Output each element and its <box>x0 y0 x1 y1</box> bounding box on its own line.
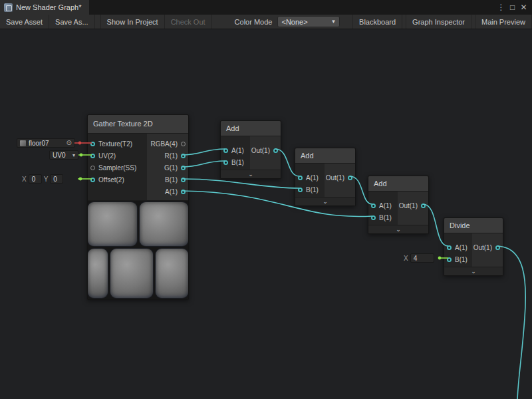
uv-channel-dropdown[interactable]: UV0 ▾ <box>49 150 78 160</box>
divide-b-label: X <box>404 255 408 262</box>
node-add3-title[interactable]: Add <box>368 176 428 192</box>
window-menu-icon[interactable]: ⋮ <box>495 0 507 15</box>
gather-output-b: B(1) <box>147 174 188 186</box>
wire-texture-dot <box>78 142 82 145</box>
wire-x4-dot <box>438 257 442 260</box>
node-gather-title[interactable]: Gather Texture 2D <box>88 115 188 134</box>
gather-node-preview-image <box>88 200 188 299</box>
offset-x-label: X <box>22 176 27 183</box>
check-out-button: Check Out <box>165 15 212 29</box>
add2-port-out[interactable] <box>348 176 352 180</box>
node-divide[interactable]: Divide A(1) B(1) Out(1) ⌄ <box>444 217 503 276</box>
chevron-down-icon: ⌄ <box>396 227 401 233</box>
port-b-output[interactable] <box>181 178 186 182</box>
save-as-button[interactable]: Save As... <box>49 15 95 29</box>
add3-port-b[interactable] <box>371 215 376 220</box>
offset-y-input[interactable]: 0 <box>50 174 63 184</box>
divide-port-a[interactable] <box>447 245 452 250</box>
graph-toolbar: Save Asset Save As... Show In Project Ch… <box>0 15 532 29</box>
port-offset-input[interactable] <box>90 178 95 182</box>
preview-tile <box>140 202 188 246</box>
texture-object-field[interactable]: floor07 ⊙ <box>17 138 75 148</box>
wire-offset-dot <box>79 178 82 181</box>
tab-title: New Shader Graph* <box>16 3 81 11</box>
gather-output-rgba: RGBA(4) <box>147 138 188 150</box>
offset-y-label: Y <box>44 176 49 183</box>
port-r-output[interactable] <box>181 154 186 158</box>
main-preview-button[interactable]: Main Preview <box>475 15 532 29</box>
close-icon[interactable]: ✕ <box>518 0 529 15</box>
offset-vector2-field: X 0 Y 0 <box>22 174 63 184</box>
add1-port-out[interactable] <box>273 148 278 153</box>
add2-preview-toggle[interactable]: ⌄ <box>295 197 355 205</box>
wire-b-to-add2-b[interactable] <box>182 179 299 188</box>
maximize-icon[interactable]: □ <box>507 0 518 15</box>
divide-b-input[interactable]: 4 <box>410 253 434 263</box>
add1-port-a[interactable] <box>223 148 228 153</box>
divide-port-out[interactable] <box>495 245 500 250</box>
chevron-down-icon: ⌄ <box>323 199 328 205</box>
divide-b-field: X 4 <box>404 253 434 263</box>
divide-preview-toggle[interactable]: ⌄ <box>444 267 503 275</box>
color-mode-label: Color Mode <box>229 15 278 29</box>
uv-channel-value: UV0 <box>53 152 65 159</box>
gather-input-uv: UV(2) <box>88 150 147 162</box>
add1-port-b[interactable] <box>223 160 228 165</box>
port-sampler-input[interactable] <box>90 166 95 170</box>
node-add-1[interactable]: Add A(1) B(1) Out(1) ⌄ <box>220 120 281 179</box>
graph-canvas[interactable]: Gather Texture 2D Texture(T2) UV(2) Samp… <box>0 29 532 399</box>
node-add-3[interactable]: Add A(1) B(1) Out(1) ⌄ <box>368 176 429 234</box>
blackboard-button[interactable]: Blackboard <box>352 15 402 29</box>
offset-x-input[interactable]: 0 <box>29 174 42 184</box>
port-g-output[interactable] <box>181 166 186 170</box>
gather-input-texture: Texture(T2) <box>88 138 147 150</box>
window-titlebar: New Shader Graph* ⋮ □ ✕ <box>0 0 532 15</box>
add2-port-b[interactable] <box>298 188 303 192</box>
graph-inspector-button[interactable]: Graph Inspector <box>406 15 471 29</box>
node-add2-title[interactable]: Add <box>295 148 355 164</box>
combo-arrow-icon: ▾ <box>72 152 75 158</box>
node-divide-title[interactable]: Divide <box>444 218 503 233</box>
preview-tile <box>88 249 108 298</box>
chevron-down-icon: ⌄ <box>248 172 253 178</box>
preview-tile <box>110 249 153 298</box>
wire-uv-dot <box>80 154 83 157</box>
add1-preview-toggle[interactable]: ⌄ <box>221 170 281 178</box>
object-picker-icon[interactable]: ⊙ <box>66 140 72 146</box>
gather-output-r: R(1) <box>147 150 188 162</box>
divide-port-b[interactable] <box>447 257 452 262</box>
gather-output-g: G(1) <box>147 162 188 174</box>
color-mode-value: <None> <box>281 18 307 26</box>
gather-output-a: A(1) <box>147 186 188 198</box>
gather-input-sampler: Sampler(SS) <box>88 162 147 174</box>
show-in-project-button[interactable]: Show In Project <box>100 15 165 29</box>
wire-layer <box>0 29 532 399</box>
port-a-output[interactable] <box>181 190 186 194</box>
texture-name: floor07 <box>29 140 49 147</box>
gather-input-offset: Offset(2) <box>88 174 147 186</box>
preview-tile <box>156 249 188 298</box>
port-rgba-output[interactable] <box>181 142 186 146</box>
add2-port-a[interactable] <box>298 176 303 180</box>
port-uv-input[interactable] <box>90 154 95 158</box>
tab-shader-graph[interactable]: New Shader Graph* <box>0 0 89 15</box>
texture-thumbnail <box>20 140 26 146</box>
node-add1-title[interactable]: Add <box>221 121 281 136</box>
shader-graph-icon <box>4 3 13 12</box>
save-asset-button[interactable]: Save Asset <box>0 15 49 29</box>
add3-port-a[interactable] <box>371 203 376 208</box>
node-add-2[interactable]: Add A(1) B(1) Out(1) ⌄ <box>295 148 356 206</box>
add3-preview-toggle[interactable]: ⌄ <box>368 225 428 233</box>
node-gather-texture-2d[interactable]: Gather Texture 2D Texture(T2) UV(2) Samp… <box>87 114 189 300</box>
add3-port-out[interactable] <box>421 203 426 208</box>
port-texture-input[interactable] <box>90 142 95 146</box>
color-mode-dropdown[interactable]: <None> ▼ <box>277 16 340 27</box>
chevron-down-icon: ⌄ <box>471 269 476 275</box>
dropdown-arrow-icon: ▼ <box>331 19 336 25</box>
preview-tile <box>88 202 137 246</box>
